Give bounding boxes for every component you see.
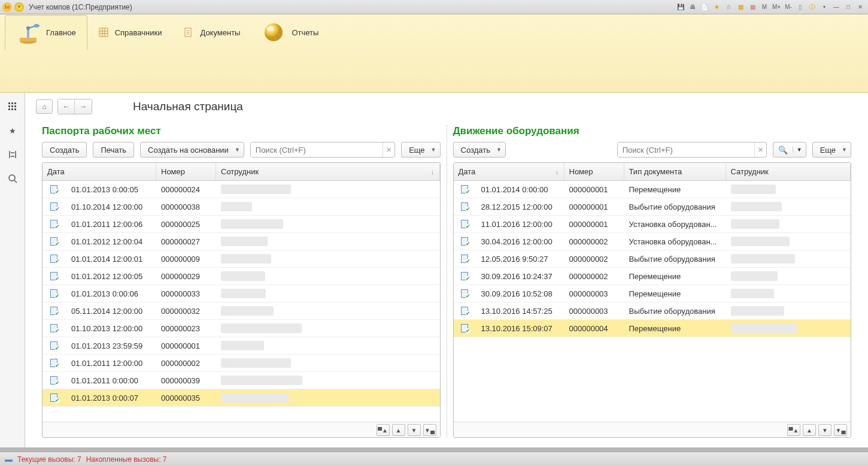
table-row[interactable]: 28.12.2015 12:00:00000000001Выбытие обор… bbox=[454, 198, 851, 216]
table-row[interactable]: 01.01.2013 0:00:07000000035X bbox=[43, 389, 440, 407]
clear-search-1[interactable]: ✕ bbox=[383, 143, 394, 157]
table-row[interactable]: 01.01.2011 0:00:00000000039X bbox=[43, 372, 440, 389]
doc-icon[interactable]: 📄 bbox=[699, 2, 710, 12]
page-up-1[interactable]: ▲ bbox=[392, 424, 405, 436]
create-button-2[interactable]: Создать▼ bbox=[453, 142, 506, 158]
clear-search-2[interactable]: ✕ bbox=[754, 143, 766, 157]
search-icon[interactable] bbox=[6, 172, 19, 185]
page-last-2[interactable]: ▼▄ bbox=[834, 424, 847, 436]
cell-num: 000000001 bbox=[564, 198, 624, 215]
print-button-1[interactable]: Печать bbox=[93, 142, 134, 158]
maximize-button[interactable]: □ bbox=[843, 2, 854, 12]
more-button-1[interactable]: Еще▼ bbox=[401, 142, 440, 158]
info-icon[interactable]: ⓘ bbox=[807, 2, 818, 12]
table-row[interactable]: 01.10.2013 12:00:00000000023X bbox=[43, 320, 440, 337]
m-btn[interactable]: M bbox=[759, 2, 770, 12]
home-button[interactable]: ⌂ bbox=[36, 99, 53, 114]
page-up-2[interactable]: ▲ bbox=[803, 424, 816, 436]
cell-emp: X bbox=[216, 389, 440, 406]
cell-emp: X bbox=[726, 181, 851, 198]
table-row[interactable]: 01.01.2011 12:00:06000000025X bbox=[43, 216, 440, 233]
cell-num: 000000002 bbox=[564, 268, 624, 285]
create-button-1[interactable]: Создать bbox=[42, 142, 87, 158]
cell-num: 000000003 bbox=[564, 285, 624, 302]
table-row[interactable]: 01.01.2012 12:00:05000000029X bbox=[43, 268, 440, 285]
col-type-2[interactable]: Тип документа bbox=[624, 163, 726, 180]
doc-check-icon bbox=[50, 220, 59, 228]
table-row[interactable]: 05.11.2014 12:00:00000000032X bbox=[43, 302, 440, 320]
tab-directories[interactable]: Справачники bbox=[87, 15, 173, 50]
cell-num: 000000002 bbox=[156, 355, 216, 371]
cell-num: 000000001 bbox=[564, 216, 624, 232]
doc-check-icon bbox=[461, 307, 469, 315]
save-icon[interactable]: 💾 bbox=[675, 2, 686, 12]
tab-main[interactable]: Главное bbox=[5, 15, 87, 50]
table-row[interactable]: 01.01.2012 12:00:04000000027X bbox=[43, 233, 440, 250]
table-row[interactable]: 01.01.2014 12:00:01000000009X bbox=[43, 250, 440, 268]
col-date-1[interactable]: Дата bbox=[43, 163, 156, 180]
table-row[interactable]: 11.01.2016 12:00:00000000001Установка об… bbox=[454, 216, 851, 233]
page-first-1[interactable]: ▀▲ bbox=[377, 424, 390, 436]
table-row[interactable]: 13.10.2016 14:57:25000000003Выбытие обор… bbox=[454, 302, 851, 320]
cell-num: 000000024 bbox=[156, 181, 216, 198]
cell-date: 01.01.2011 12:00:00 bbox=[66, 355, 156, 371]
apps-icon[interactable] bbox=[6, 100, 19, 113]
cell-date: 11.01.2016 12:00:00 bbox=[477, 216, 564, 232]
table-row[interactable]: 01.01.2014 0:00:00000000001ПеремещениеX bbox=[454, 181, 851, 198]
close-button[interactable]: ✕ bbox=[855, 2, 866, 12]
cell-date: 01.10.2014 12:00:00 bbox=[66, 198, 156, 215]
cell-emp: X bbox=[726, 320, 851, 337]
sidebar: ★ bbox=[0, 93, 25, 447]
page-last-1[interactable]: ▼▄ bbox=[423, 424, 436, 436]
favorites-icon[interactable]: ★ bbox=[6, 124, 19, 137]
col-num-2[interactable]: Номер bbox=[564, 163, 624, 180]
minimize-button[interactable]: — bbox=[831, 2, 842, 12]
link-icon[interactable]: ☆ bbox=[723, 2, 734, 12]
table-row[interactable]: 13.10.2016 15:09:07000000004ПеремещениеX bbox=[454, 320, 851, 337]
calc-icon[interactable]: ▦ bbox=[735, 2, 746, 12]
history-icon[interactable] bbox=[6, 148, 19, 161]
caret-icon: ▼ bbox=[431, 147, 436, 153]
col-num-1[interactable]: Номер bbox=[156, 163, 216, 180]
table-row[interactable]: 30.04.2016 12:00:00000000002Установка об… bbox=[454, 233, 851, 250]
panes-icon[interactable]: ▯ bbox=[795, 2, 806, 12]
tab-documents[interactable]: Документы bbox=[172, 15, 251, 50]
cell-num: 000000002 bbox=[564, 233, 624, 250]
calendar-icon[interactable]: ▦ bbox=[747, 2, 758, 12]
cell-type: Установка оборудован... bbox=[624, 216, 726, 232]
dropdown-icon[interactable]: ▼ bbox=[14, 2, 24, 12]
table-row[interactable]: 30.09.2016 10:24:37000000002ПеремещениеX bbox=[454, 268, 851, 285]
table-row[interactable]: 01.01.2013 0:00:05000000024X bbox=[43, 181, 440, 198]
more-button-2[interactable]: Еще▼ bbox=[812, 142, 851, 158]
table-row[interactable]: 12.05.2016 9:50:27000000002Выбытие обору… bbox=[454, 250, 851, 268]
doc-check-icon bbox=[50, 255, 59, 263]
search-input-1[interactable] bbox=[251, 143, 383, 157]
col-emp-2[interactable]: Сатрудник bbox=[726, 163, 851, 180]
print-icon[interactable]: 🖶 bbox=[687, 2, 698, 12]
caret-icon: ▼ bbox=[235, 147, 240, 153]
search-input-2[interactable] bbox=[618, 143, 754, 157]
table-row[interactable]: 01.01.2013 0:00:06000000033X bbox=[43, 285, 440, 302]
page-first-2[interactable]: ▀▲ bbox=[787, 424, 800, 436]
col-emp-1[interactable]: Сотрудник↓ bbox=[216, 163, 440, 180]
tab-reports[interactable]: Отчеты bbox=[251, 15, 329, 50]
table-row[interactable]: 30.09.2016 10:52:08000000003ПеремещениеX bbox=[454, 285, 851, 302]
back-button[interactable]: ← bbox=[58, 99, 75, 114]
page-down-1[interactable]: ▼ bbox=[408, 424, 421, 436]
m-plus-btn[interactable]: M+ bbox=[771, 2, 782, 12]
page-down-2[interactable]: ▼ bbox=[818, 424, 831, 436]
create-based-button[interactable]: Создать на основании▼ bbox=[140, 142, 244, 158]
table-row[interactable]: 01.01.2013 23:59:59000000001X bbox=[43, 337, 440, 355]
ribbon: Главное Справачники Документы Отчеты bbox=[0, 14, 868, 93]
table-row[interactable]: 01.10.2014 12:00:00000000038X bbox=[43, 198, 440, 216]
fav-star-icon[interactable]: ★ bbox=[711, 2, 722, 12]
doc-check-icon bbox=[461, 202, 469, 211]
caret-icon: ▼ bbox=[842, 147, 847, 153]
col-date-2[interactable]: Дата↓ bbox=[454, 163, 564, 180]
info-dd-icon[interactable]: ▾ bbox=[819, 2, 830, 12]
table-row[interactable]: 01.01.2011 12:00:00000000002X bbox=[43, 355, 440, 372]
forward-button[interactable]: → bbox=[75, 99, 92, 114]
m-minus-btn[interactable]: M- bbox=[783, 2, 794, 12]
search-button-2[interactable]: 🔍▼ bbox=[773, 142, 806, 158]
cell-num: 000000027 bbox=[156, 233, 216, 250]
